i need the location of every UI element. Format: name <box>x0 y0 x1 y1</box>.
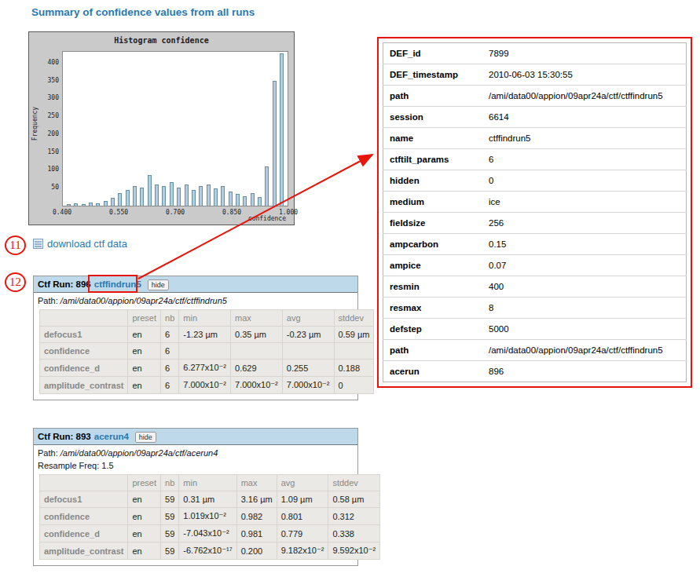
param-value: 8 <box>482 298 687 319</box>
stat-cell-min: 6.277x10⁻² <box>179 360 231 377</box>
run-id: 893 <box>76 432 91 441</box>
param-key: hidden <box>383 170 483 192</box>
hide-button[interactable]: hide <box>148 279 169 290</box>
annotation-badge-11: 11 <box>5 236 26 255</box>
param-row: ctftilt_params6 <box>383 149 687 170</box>
param-value: 5000 <box>482 319 687 340</box>
column-header-min: min <box>179 310 231 327</box>
param-row: resmin400 <box>383 276 687 298</box>
histogram-bar <box>177 188 181 206</box>
stat-cell-max: 0.35 µm <box>231 327 283 343</box>
param-row: path/ami/data00/appion/09apr24a/ctf/ctff… <box>383 86 687 107</box>
param-row: DEF_timestamp2010-06-03 15:30:55 <box>383 64 687 86</box>
histogram-bar <box>185 184 189 206</box>
stat-cell-preset: en <box>128 343 161 360</box>
param-value: 256 <box>482 213 687 234</box>
histogram-bar <box>126 190 130 206</box>
param-row: ampcarbon0.15 <box>383 234 687 255</box>
param-row: ampice0.07 <box>383 255 687 276</box>
column-header-avg: avg <box>277 475 328 491</box>
table-row: amplitude_contrast en 59 -6.762x10⁻¹⁷ 0.… <box>40 542 380 560</box>
param-value: 896 <box>482 361 687 382</box>
param-row: mediumice <box>383 192 687 213</box>
param-key: medium <box>383 192 483 213</box>
param-row: hidden0 <box>383 170 687 192</box>
run-label: Ctf Run: <box>38 279 73 289</box>
run-title-label: Ctf Run: 893 <box>38 432 91 441</box>
y-tick-label: 200 <box>40 130 59 137</box>
stat-cell-preset: en <box>128 491 161 508</box>
stat-cell-min: -1.23 µm <box>179 327 231 343</box>
stat-cell-avg: 0.255 <box>282 360 334 377</box>
stat-cell-nb: 6 <box>161 360 179 377</box>
histogram-bar <box>96 203 100 206</box>
histogram-bar <box>229 192 233 206</box>
stat-row-label: confidence_d <box>40 525 128 542</box>
x-tick-label: 0.700 <box>166 209 185 216</box>
param-key: DEF_id <box>383 43 483 64</box>
stat-cell-max: 7.000x10⁻² <box>231 377 283 394</box>
param-value: 7899 <box>482 43 687 64</box>
param-row: path/ami/data00/appion/09apr24a/ctf/ctff… <box>383 340 687 361</box>
column-header-stddev: stddev <box>334 310 374 327</box>
stat-cell-stddev: 0.312 <box>328 508 380 525</box>
column-header-max: max <box>231 310 283 327</box>
stat-cell-preset: en <box>128 360 161 377</box>
column-header-preset: preset <box>128 475 161 491</box>
stat-cell-min: 1.019x10⁻² <box>179 508 236 525</box>
histogram-bar <box>82 204 86 206</box>
stat-cell-stddev: 0.58 µm <box>328 491 380 508</box>
stat-cell-avg <box>282 343 334 360</box>
stat-cell-nb: 59 <box>161 542 179 560</box>
param-key: DEF_timestamp <box>383 64 483 86</box>
histogram-bar <box>140 188 144 206</box>
stat-cell-min: 7.000x10⁻² <box>179 377 231 394</box>
annotation-badge-12: 12 <box>5 272 26 292</box>
stat-cell-avg: 7.000x10⁻² <box>282 377 334 394</box>
run-stats-table: preset nb min max avg stddev defocus1 en… <box>39 309 374 394</box>
histogram-bar <box>170 182 174 206</box>
param-key: path <box>383 340 483 361</box>
histogram-bar <box>67 204 71 206</box>
column-header-nb: nb <box>161 310 179 327</box>
run-name-link[interactable]: acerun4 <box>94 432 129 441</box>
table-row: amplitude_contrast en 6 7.000x10⁻² 7.000… <box>40 377 374 394</box>
param-key: name <box>383 128 483 149</box>
stat-cell-stddev: 0.338 <box>328 525 380 542</box>
param-value: 0 <box>482 170 687 192</box>
histogram-bar <box>221 186 225 206</box>
stat-cell-max: 0.200 <box>236 542 277 560</box>
stat-row-label: confidence_d <box>40 360 128 377</box>
stat-cell-avg: 1.09 µm <box>277 491 328 508</box>
param-value: ice <box>482 192 687 213</box>
y-tick-label: 150 <box>40 148 59 155</box>
x-tick-label: 0.550 <box>109 209 128 216</box>
resample-freq: Resample Freq: 1.5 <box>34 459 357 472</box>
param-key: ampice <box>383 255 483 276</box>
param-key: path <box>383 86 483 107</box>
path-value: /ami/data00/appion/09apr24a/ctf/ctffindr… <box>60 296 227 305</box>
page-title: Summary of confidence values from all ru… <box>31 6 255 18</box>
stat-row-label: defocus1 <box>40 491 128 508</box>
x-tick-label: 1.000 <box>279 209 298 216</box>
stat-cell-min: -6.762x10⁻¹⁷ <box>179 542 236 560</box>
stat-cell-max: 0.629 <box>231 360 283 377</box>
run-header: Ctf Run: 893acerun4hide <box>34 429 357 445</box>
histogram-plot <box>62 51 288 206</box>
annotation-highlight-rect <box>88 275 137 293</box>
run-label: Ctf Run: <box>38 432 73 441</box>
y-axis-label: Frequency <box>31 93 38 155</box>
stat-cell-avg: 0.801 <box>277 508 328 525</box>
hide-button[interactable]: hide <box>135 432 156 443</box>
table-row: confidence en 59 1.019x10⁻² 0.982 0.801 … <box>40 508 380 525</box>
stat-cell-preset: en <box>128 542 161 560</box>
table-header-row: preset nb min max avg stddev <box>40 475 380 491</box>
stat-row-label: defocus1 <box>40 327 128 343</box>
param-row: DEF_id7899 <box>383 43 687 64</box>
x-axis-label: confidence <box>248 215 286 222</box>
histogram-bar <box>74 203 78 206</box>
download-ctf-data-link[interactable]: download ctf data <box>33 238 127 250</box>
histogram-bar <box>89 203 93 206</box>
table-header-row: preset nb min max avg stddev <box>40 310 374 327</box>
run-header: Ctf Run: 896ctffindrun5hide <box>34 276 357 293</box>
